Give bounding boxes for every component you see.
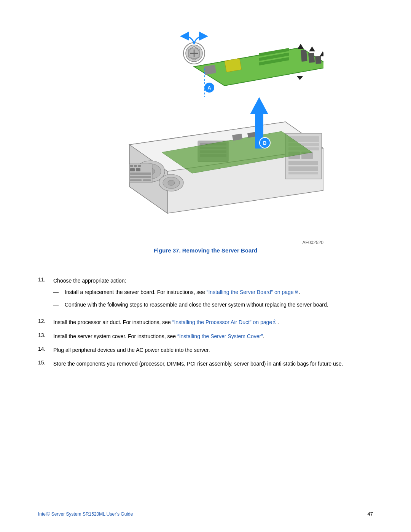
step-14: 14. Plug all peripheral devices and the …: [38, 346, 373, 354]
sub-steps-11: — Install a replacement the server board…: [53, 288, 373, 309]
svg-rect-12: [138, 165, 141, 167]
step-12-number: 12.: [38, 318, 53, 324]
step-14-number: 14.: [38, 346, 53, 352]
figure-caption-id: AF002520: [88, 240, 323, 245]
step-14-text: Plug all peripheral devices and the AC p…: [53, 346, 373, 354]
figure-caption: Figure 37. Removing the Server Board: [154, 247, 258, 254]
screw-group: [183, 43, 205, 64]
page-container: A B: [0, 0, 411, 532]
svg-marker-46: [309, 46, 315, 51]
svg-rect-26: [288, 166, 318, 171]
step-15: 15. Store the components you removed (pr…: [38, 359, 373, 368]
step-13: 13. Install the server system cover. For…: [38, 332, 373, 340]
svg-rect-13: [130, 168, 135, 171]
svg-rect-16: [130, 176, 151, 178]
step-13-text: Install the server system cover. For ins…: [53, 332, 373, 340]
step-11-main: Choose the appropriate action:: [53, 278, 126, 284]
svg-rect-42: [301, 50, 307, 62]
figure-image-area: A B: [88, 23, 323, 236]
link-installing-server-board[interactable]: “Installing the Server Board” on pageꁈ: [207, 289, 299, 295]
svg-marker-45: [298, 44, 304, 49]
sub-step-11b-text: Continue with the following steps to rea…: [65, 300, 373, 309]
sub-step-11b: — Continue with the following steps to r…: [53, 300, 373, 309]
sub-step-11a-text: Install a replacement the server board. …: [65, 288, 373, 296]
figure-container: A B: [38, 23, 373, 265]
step-15-text: Store the components you removed (proces…: [53, 359, 373, 368]
svg-marker-47: [320, 51, 323, 56]
chassis-group: [129, 122, 323, 213]
svg-marker-58: [250, 97, 268, 114]
svg-marker-48: [297, 76, 303, 80]
step-11-number: 11.: [38, 276, 53, 283]
svg-rect-14: [136, 168, 140, 171]
figure-illustration: A B: [88, 23, 323, 236]
link-installing-processor-air-duct[interactable]: “Installing the Processor Air Duct” on p…: [172, 319, 277, 325]
svg-rect-17: [130, 179, 142, 181]
svg-point-8: [168, 180, 175, 185]
svg-rect-11: [134, 165, 137, 167]
server-board-group: [194, 44, 323, 86]
svg-rect-40: [225, 58, 242, 72]
svg-rect-44: [315, 56, 322, 64]
step-13-number: 13.: [38, 332, 53, 338]
footer-product-name: Intel® Server System SR1520ML User’s Gui…: [38, 511, 133, 517]
step-12: 12. Install the processor air duct. For …: [38, 318, 373, 326]
link-installing-server-system-cover[interactable]: “Installing the Server System Cover”: [177, 333, 263, 339]
svg-text:A: A: [207, 85, 211, 91]
sub-step-11a-dash: —: [53, 288, 65, 296]
svg-rect-43: [308, 53, 315, 63]
rotation-arrows: [185, 36, 204, 44]
sub-step-11b-dash: —: [53, 300, 65, 309]
svg-rect-25: [288, 161, 318, 165]
sub-step-11a: — Install a replacement the server board…: [53, 288, 373, 296]
svg-rect-15: [130, 173, 151, 175]
footer-page-number: 47: [368, 511, 373, 517]
step-15-number: 15.: [38, 359, 53, 366]
step-11-text: Choose the appropriate action: — Install…: [53, 276, 373, 313]
footer: Intel® Server System SR1520ML User’s Gui…: [0, 507, 411, 517]
svg-rect-18: [143, 179, 151, 181]
content-section: 11. Choose the appropriate action: — Ins…: [38, 276, 373, 368]
step-12-text: Install the processor air duct. For inst…: [53, 318, 373, 326]
svg-rect-27: [288, 172, 318, 174]
svg-rect-10: [130, 165, 133, 167]
svg-text:B: B: [263, 140, 266, 146]
step-11: 11. Choose the appropriate action: — Ins…: [38, 276, 373, 313]
